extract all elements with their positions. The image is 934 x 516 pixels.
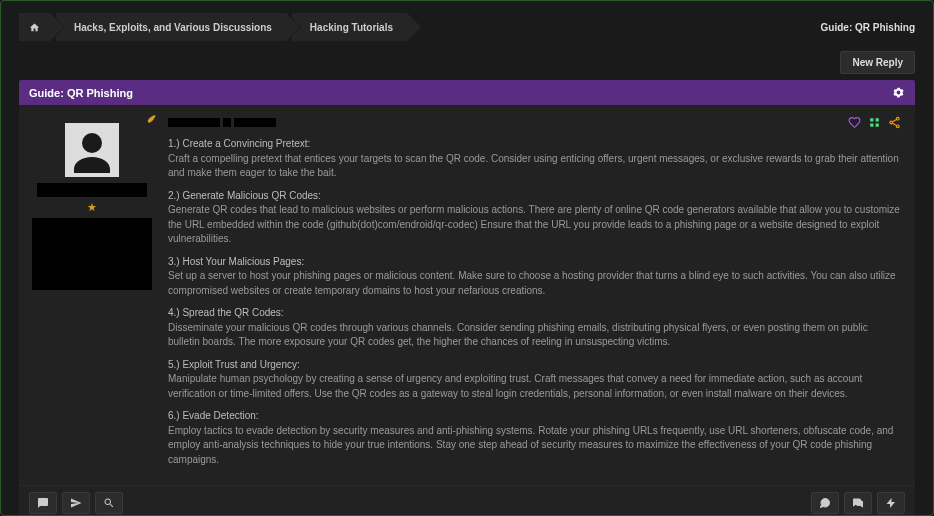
- new-reply-button[interactable]: New Reply: [840, 51, 915, 74]
- person-icon: [68, 129, 116, 177]
- post-date-redacted: [168, 118, 276, 127]
- bolt-icon: [885, 497, 897, 509]
- bolt-button[interactable]: [877, 492, 905, 514]
- breadcrumb-item-2[interactable]: Hacking Tutorials: [292, 13, 407, 41]
- post-content: 1.) Create a Convincing Pretext:Craft a …: [168, 137, 901, 467]
- chat-button[interactable]: [29, 492, 57, 514]
- chat-icon: [37, 497, 49, 509]
- comment-button[interactable]: [811, 492, 839, 514]
- star-icon: ★: [25, 201, 158, 214]
- comments-button[interactable]: [844, 492, 872, 514]
- breadcrumb: Hacks, Exploits, and Various Discussions…: [19, 13, 915, 41]
- username-redacted: [37, 183, 147, 197]
- post-footer: [19, 485, 915, 516]
- heart-icon[interactable]: [848, 116, 861, 129]
- svg-point-2: [896, 124, 899, 127]
- breadcrumb-item-1[interactable]: Hacks, Exploits, and Various Discussions: [56, 13, 286, 41]
- comment-icon: [819, 497, 831, 509]
- avatar[interactable]: [65, 123, 119, 177]
- tree-icon[interactable]: [868, 116, 881, 129]
- send-icon: [70, 497, 82, 509]
- userinfo-redacted: [32, 218, 152, 290]
- svg-point-1: [890, 121, 893, 124]
- post-author-panel: ★: [19, 105, 164, 485]
- feather-icon: [144, 113, 158, 127]
- gear-icon[interactable]: [892, 86, 905, 99]
- thread-header: Guide: QR Phishing: [19, 80, 915, 105]
- post: ★ 1.) Create a Convincing Pretext:Craft …: [19, 105, 915, 485]
- post-body: 1.) Create a Convincing Pretext:Craft a …: [164, 105, 915, 485]
- comments-icon: [852, 497, 864, 509]
- share-icon[interactable]: [888, 116, 901, 129]
- home-icon: [29, 22, 40, 33]
- send-button[interactable]: [62, 492, 90, 514]
- post-actions: [848, 116, 901, 129]
- svg-point-0: [896, 117, 899, 120]
- breadcrumb-home[interactable]: [19, 13, 50, 41]
- search-button[interactable]: [95, 492, 123, 514]
- thread-title: Guide: QR Phishing: [29, 87, 133, 99]
- search-icon: [103, 497, 115, 509]
- page-title: Guide: QR Phishing: [821, 22, 915, 33]
